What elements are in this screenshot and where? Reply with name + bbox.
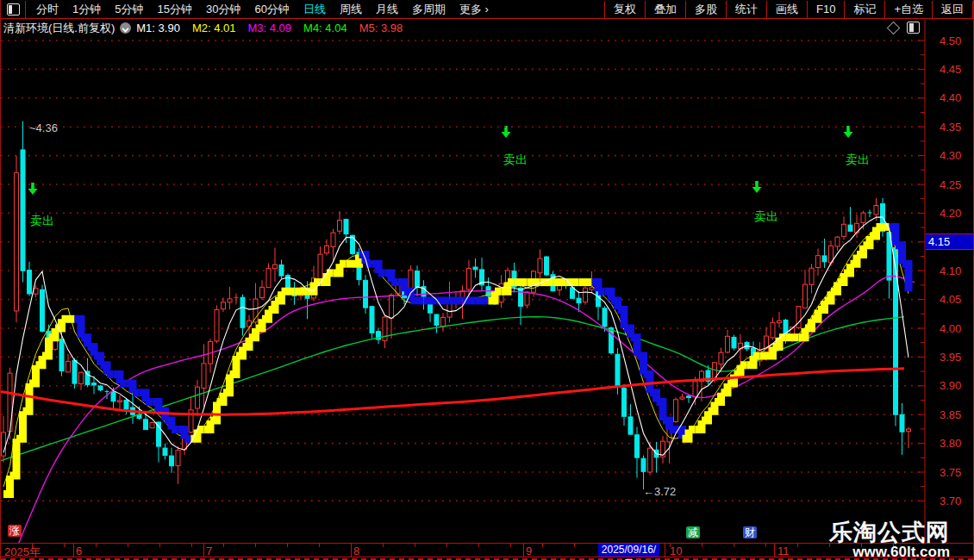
- svg-text:3.70: 3.70: [940, 495, 961, 507]
- sell-signal-2: 卖出: [752, 181, 779, 223]
- svg-text:4.10: 4.10: [940, 264, 961, 277]
- svg-text:3.85: 3.85: [940, 408, 961, 421]
- month-label-0: 6: [76, 544, 82, 557]
- month-label-1: 7: [206, 544, 212, 557]
- svg-text:3.90: 3.90: [940, 379, 961, 392]
- sell-label: 卖出: [754, 209, 778, 223]
- month-label-4: 10: [670, 544, 682, 557]
- axis-separator: [351, 544, 352, 557]
- sell-signal-1: 卖出: [502, 126, 528, 166]
- sell-arrow-icon: [752, 181, 762, 193]
- month-label-3: 9: [526, 544, 532, 557]
- svg-text:4.40: 4.40: [940, 91, 961, 104]
- sell-label: 卖出: [30, 214, 54, 227]
- svg-text:4.20: 4.20: [940, 207, 961, 220]
- svg-text:4.05: 4.05: [940, 293, 961, 306]
- svg-text:4.00: 4.00: [940, 322, 961, 335]
- month-label-5: 11: [777, 544, 790, 557]
- price-annotation-high: ~4.36: [29, 121, 58, 134]
- axis-separator: [203, 544, 204, 557]
- month-label-2: 8: [353, 544, 359, 557]
- svg-text:3.80: 3.80: [940, 437, 961, 450]
- current-price-badge: 4.15: [926, 233, 974, 250]
- candlestick-chart[interactable]: 4.504.454.404.354.304.254.204.154.104.05…: [1, 0, 974, 560]
- svg-text:3.95: 3.95: [940, 351, 961, 364]
- watermark: 乐淘公式网 www.60lt.com: [829, 521, 950, 559]
- trading-app-window: 分时1分钟5分钟15分钟30分钟60分钟日线周线月线多周期更多 › 复权叠加多股…: [0, 0, 974, 560]
- sell-arrow-icon: [502, 126, 511, 138]
- svg-text:4.25: 4.25: [940, 178, 961, 191]
- badge-jian[interactable]: 减: [686, 526, 700, 538]
- axis-separator: [665, 544, 665, 557]
- badge-zhang[interactable]: 涨: [8, 525, 22, 537]
- date-axis[interactable]: 2025年 67891011 2025/09/16/二: [1, 543, 974, 557]
- sell-arrow-icon: [844, 126, 853, 138]
- price-annotation-low: ←3.72: [643, 485, 676, 498]
- badge-cai[interactable]: 财: [743, 526, 757, 538]
- axis-separator: [523, 544, 524, 557]
- svg-text:4.35: 4.35: [940, 121, 961, 134]
- sell-signal-0: 卖出: [28, 183, 55, 227]
- sell-signal-3: 卖出: [844, 126, 871, 166]
- axis-separator: [73, 544, 74, 557]
- sell-label: 卖出: [846, 152, 870, 166]
- watermark-site-name: 乐淘公式网: [829, 521, 950, 544]
- svg-text:4.45: 4.45: [940, 63, 961, 76]
- svg-text:3.75: 3.75: [940, 466, 961, 479]
- sell-label: 卖出: [503, 152, 528, 166]
- svg-text:4.50: 4.50: [940, 34, 961, 47]
- year-label: 2025年: [4, 544, 41, 560]
- axis-separator: [774, 544, 775, 557]
- watermark-url: www.60lt.com: [829, 544, 950, 559]
- selected-date-badge: 2025/09/16/二: [598, 544, 659, 557]
- svg-text:4.30: 4.30: [940, 149, 961, 162]
